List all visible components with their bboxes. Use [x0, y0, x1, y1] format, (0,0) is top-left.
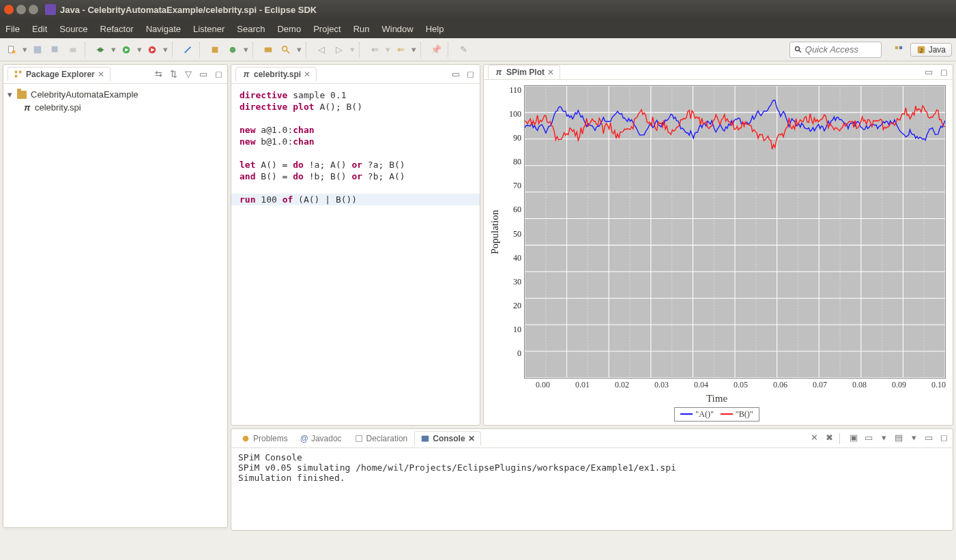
wand-button[interactable] [180, 42, 195, 57]
pi-file-icon: π [23, 102, 32, 113]
new-package-button[interactable] [207, 42, 222, 57]
minimize-view-icon[interactable]: ▭ [451, 70, 461, 79]
tab-javadoc[interactable]: @ Javadoc [295, 432, 347, 445]
save-button[interactable] [30, 42, 45, 57]
menu-navigate[interactable]: Navigate [146, 24, 181, 34]
back-button[interactable]: ⇐ [367, 42, 382, 57]
save-all-button[interactable] [48, 42, 63, 57]
maximize-view-icon[interactable]: ◻ [939, 68, 948, 77]
tree-project-row[interactable]: ▾ CelebrityAutomataExample [6, 88, 224, 101]
new-class-dropdown[interactable]: ▾ [243, 44, 248, 55]
package-explorer-panel: Package Explorer ✕ ⇆ ⇅ ▽ ▭ ◻ ▾ Celebrity… [3, 64, 228, 528]
print-button[interactable] [66, 42, 81, 57]
svg-rect-12 [212, 46, 218, 53]
back-dropdown[interactable]: ▾ [385, 44, 390, 55]
project-folder-icon [17, 91, 27, 99]
window-close-button[interactable] [4, 5, 14, 14]
perspective-label: Java [929, 45, 946, 55]
debug-dropdown[interactable]: ▾ [111, 44, 116, 55]
open-perspective-button[interactable] [891, 42, 906, 57]
link-editor-icon[interactable]: ⇅ [169, 70, 178, 79]
tab-problems[interactable]: Problems [235, 432, 293, 445]
svg-rect-3 [52, 46, 58, 52]
console-open-icon[interactable]: ▣ [849, 433, 858, 443]
open-type-button[interactable] [261, 42, 276, 57]
menu-refactor[interactable]: Refactor [100, 24, 134, 34]
collapse-all-icon[interactable]: ⇆ [154, 70, 163, 79]
console-new-icon[interactable]: ▤ [894, 433, 903, 443]
menu-listener[interactable]: Listener [193, 24, 224, 34]
minimize-view-icon[interactable]: ▭ [924, 433, 933, 443]
window-minimize-button[interactable] [16, 5, 26, 14]
nav-dropdown[interactable]: ▾ [349, 44, 355, 55]
maximize-view-icon[interactable]: ◻ [939, 433, 948, 443]
chevron-down-icon[interactable]: ▾ [909, 433, 918, 443]
menu-search[interactable]: Search [237, 24, 265, 34]
debug-button[interactable] [93, 42, 108, 57]
menu-window[interactable]: Window [381, 24, 413, 34]
package-explorer-label: Package Explorer [26, 70, 95, 79]
window-maximize-button[interactable] [29, 5, 38, 14]
legend-item-b: "B()" [721, 409, 753, 419]
menu-source[interactable]: Source [59, 24, 87, 34]
chart-plot-area [524, 85, 946, 379]
chart-ylabel: Population [488, 85, 502, 379]
run-last-dropdown[interactable]: ▾ [162, 44, 168, 55]
close-icon[interactable]: ✕ [98, 70, 104, 79]
chart-y-axis: 1101009080706050403020100 [502, 85, 524, 358]
run-last-button[interactable] [145, 42, 160, 57]
project-tree: ▾ CelebrityAutomataExample π celebrity.s… [3, 84, 227, 118]
quick-access-search[interactable] [790, 42, 882, 58]
editor-tab[interactable]: π celebrity.spi ✕ [235, 67, 317, 81]
maximize-view-icon[interactable]: ◻ [466, 70, 476, 79]
run-dropdown[interactable]: ▾ [136, 44, 142, 55]
editor-body[interactable]: directive sample 0.1 directive plot A();… [231, 84, 480, 425]
editor-tab-label: celebrity.spi [254, 70, 301, 79]
console-clear-icon[interactable]: ✕ [809, 433, 819, 443]
pin-button[interactable]: 📌 [429, 42, 444, 57]
close-icon[interactable]: ✕ [468, 434, 475, 443]
problems-icon [241, 434, 250, 443]
tree-file-row[interactable]: π celebrity.spi [6, 101, 224, 114]
plot-tab[interactable]: π SPim Plot ✕ [488, 65, 560, 79]
chevron-down-icon[interactable]: ▾ [879, 433, 888, 443]
plot-tab-label: SPim Plot [506, 68, 545, 77]
menu-edit[interactable]: Edit [32, 24, 47, 34]
titlebar: Java - CelebrityAutomataExample/celebrit… [0, 0, 956, 19]
close-icon[interactable]: ✕ [304, 70, 310, 79]
minimize-view-icon[interactable]: ▭ [199, 70, 208, 79]
search-dropdown[interactable]: ▾ [296, 44, 302, 55]
new-dropdown[interactable]: ▾ [22, 44, 27, 55]
forward-dropdown[interactable]: ▾ [411, 44, 416, 55]
menu-demo[interactable]: Demo [277, 24, 301, 34]
extra-button[interactable]: ✎ [456, 42, 471, 57]
quick-access-input[interactable] [805, 44, 877, 55]
nav-prev-button[interactable]: ◁ [314, 42, 329, 57]
menu-run[interactable]: Run [353, 24, 370, 34]
search-button[interactable] [278, 42, 293, 57]
new-button[interactable] [4, 42, 19, 57]
console-output[interactable]: SPiM Console SPiM v0.05 simulating /home… [231, 448, 953, 530]
console-remove-icon[interactable]: ✖ [824, 433, 834, 443]
tab-declaration[interactable]: Declaration [349, 432, 414, 445]
svg-point-13 [230, 46, 236, 53]
menu-project[interactable]: Project [313, 24, 341, 34]
caret-down-icon[interactable]: ▾ [8, 89, 14, 100]
package-explorer-tab[interactable]: Package Explorer ✕ [8, 67, 111, 81]
minimize-view-icon[interactable]: ▭ [924, 68, 933, 77]
tab-console[interactable]: Console ✕ [414, 431, 480, 446]
menu-file[interactable]: File [5, 24, 20, 34]
svg-point-15 [283, 46, 287, 50]
maximize-view-icon[interactable]: ◻ [214, 70, 223, 79]
svg-line-16 [287, 50, 289, 53]
nav-next-button[interactable]: ▷ [332, 42, 347, 57]
close-icon[interactable]: ✕ [547, 68, 554, 77]
view-menu-icon[interactable]: ▽ [184, 70, 193, 79]
svg-text:J: J [919, 46, 922, 53]
new-class-button[interactable] [225, 42, 240, 57]
menu-help[interactable]: Help [426, 24, 444, 34]
forward-button[interactable]: ⇐ [393, 42, 408, 57]
console-display-icon[interactable]: ▭ [864, 433, 873, 443]
java-perspective-button[interactable]: J Java [910, 43, 952, 57]
run-button[interactable] [119, 42, 134, 57]
